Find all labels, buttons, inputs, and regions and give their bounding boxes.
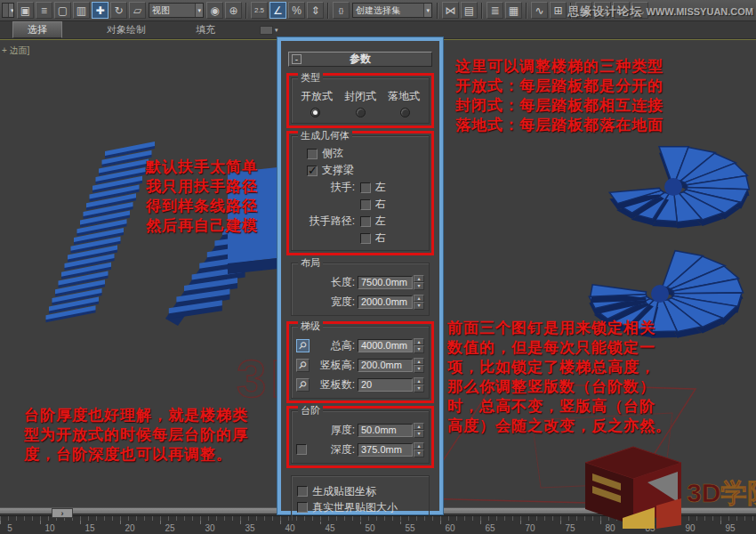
layout-legend: 布局 (298, 256, 323, 270)
percent-snap-icon[interactable]: % (288, 2, 305, 19)
ribbon-display-widget[interactable]: ▾ (260, 26, 278, 35)
handrail-left-checkbox[interactable] (360, 182, 371, 193)
stair-type-label-landing: 落地式 (385, 89, 422, 104)
select-by-name-icon[interactable]: ≡ (36, 2, 52, 19)
graphite-ribbon-icon[interactable]: ▦ (505, 2, 522, 19)
annotation-line: 封闭式：每层踏板都相互连接 (455, 96, 664, 116)
collapse-icon[interactable]: - (292, 54, 302, 64)
spinner-up-icon[interactable]: ▴ (414, 377, 424, 385)
depth-checkbox[interactable] (296, 444, 307, 455)
timeline-tick-label: 35 (245, 523, 254, 533)
generate-mapping-label: 生成贴图坐标 (312, 484, 376, 499)
annotation-line: 得到样条线路径 (125, 197, 278, 216)
annotation-pin-lock-note: 前面三个图钉是用来锁定相关数值的，但是每次只能锁定一项，比如锁定了楼梯总高度，那… (447, 319, 672, 436)
annotation-line: 前面三个图钉是用来锁定相关 (447, 319, 672, 338)
thickness-label: 厚度: (331, 423, 355, 438)
select-and-rotate-icon[interactable]: ↻ (110, 2, 127, 19)
stringers-checkbox[interactable] (307, 149, 318, 159)
use-pivot-point-icon[interactable]: ◉ (206, 2, 223, 19)
stair-type-radio-open[interactable] (310, 108, 320, 117)
toolbar-separator (245, 3, 247, 19)
spinner-down-icon[interactable]: ▾ (414, 430, 424, 438)
spinner-down-icon[interactable]: ▾ (414, 345, 424, 353)
spinner-up-icon[interactable]: ▴ (414, 295, 424, 303)
toolbar-separator (481, 3, 483, 19)
ribbon-tab-select[interactable]: 选择 (12, 21, 62, 38)
rollout-header-parameters[interactable]: - 参数 (288, 52, 432, 67)
spinner-up-icon[interactable]: ▴ (414, 338, 424, 346)
time-slider-handle[interactable]: › (52, 508, 73, 518)
handrail-left-label: 左 (375, 180, 386, 195)
carriage-checkbox[interactable] (307, 166, 318, 176)
mirror-icon[interactable]: ⋈ (442, 2, 459, 19)
lock-overall-pin-icon[interactable]: ⚲ (296, 339, 310, 352)
spinner-down-icon[interactable]: ▾ (414, 282, 424, 290)
generate-geometry-group: 生成几何体 侧弦 支撑梁 扶手: 左 右 扶手路径: (291, 135, 430, 251)
select-and-move-icon[interactable]: ✚ (92, 2, 109, 19)
lock-riser-count-pin-icon[interactable]: ⚲ (296, 378, 310, 392)
spinner-down-icon[interactable]: ▾ (414, 365, 424, 373)
ribbon-display-icon (260, 26, 273, 35)
spinner-up-icon[interactable]: ▴ (414, 442, 424, 450)
angle-snap-icon[interactable]: ∠ (269, 2, 286, 19)
annotation-line: 开放式：每层踏板都是分开的 (455, 77, 664, 96)
lock-riser-height-pin-icon[interactable]: ⚲ (296, 359, 310, 372)
window-crossing-toggle-icon[interactable]: ▥ (73, 2, 90, 19)
toolbar-separator (327, 3, 329, 19)
named-selection-sets-dropdown[interactable]: 创建选择集▾ (352, 3, 432, 18)
timeline-tick-label: 5 (7, 523, 12, 533)
viewport-label[interactable]: + 边面] (2, 44, 29, 57)
spinner-up-icon[interactable]: ▴ (414, 423, 424, 431)
rectangular-selection-region-icon[interactable]: ▢ (54, 2, 71, 19)
stair-type-radio-closed[interactable] (356, 108, 366, 117)
toolbar-separator (526, 3, 527, 19)
timeline-tick-label: 45 (325, 523, 334, 533)
spinner-snap-icon[interactable]: ⇕ (307, 2, 324, 19)
ribbon-tabs-bar: 选择对象绘制填充 ▾ (0, 21, 756, 39)
timeline-tick-label: 20 (125, 523, 134, 533)
curve-editor-icon[interactable]: ∿ (531, 2, 548, 19)
spinner-down-icon[interactable]: ▾ (414, 384, 424, 392)
handrail-right-label: 右 (375, 197, 386, 212)
selection-filter-dropdown[interactable]: ▾ (2, 3, 14, 18)
snaps-toggle-icon[interactable]: 2.5 (251, 2, 268, 19)
thickness-field[interactable]: 50.0mm (358, 424, 413, 437)
handrail-path-left-checkbox[interactable] (360, 216, 371, 227)
ribbon-tab-populate[interactable]: 填充 (190, 22, 221, 37)
select-and-place-icon[interactable]: ▣ (17, 2, 34, 19)
annotation-line: 默认扶手太简单 (125, 158, 278, 177)
align-icon[interactable]: ▤ (461, 2, 478, 19)
generate-mapping-checkbox[interactable] (297, 486, 308, 497)
reference-coordinate-dropdown[interactable]: 视图▾ (149, 3, 204, 18)
spinner-down-icon[interactable]: ▾ (414, 449, 424, 457)
chevron-down-icon: ▾ (423, 4, 431, 17)
riser-count-field[interactable]: 20 (358, 378, 413, 392)
width-field[interactable]: 2000.0mm (358, 295, 413, 309)
spinner-up-icon[interactable]: ▴ (414, 358, 424, 366)
rise-legend: 梯级 (298, 320, 323, 333)
select-and-manipulate-icon[interactable]: ⊕ (225, 2, 242, 19)
timeline-tick-label: 10 (44, 523, 54, 533)
schematic-view-icon[interactable]: ⊞ (550, 2, 567, 19)
annotation-line: 型为开放式的时候每层台阶的厚 (24, 425, 248, 445)
handrail-path-right-checkbox[interactable] (360, 233, 371, 244)
ribbon-tab-object-paint[interactable]: 对象绘制 (101, 22, 151, 37)
annotation-handrail-note: 默认扶手太简单我只用扶手路径得到样条线路径然后再自己建模 (125, 158, 278, 236)
chevron-down-icon: ▾ (8, 4, 14, 17)
length-field[interactable]: 7500.0mm (358, 276, 413, 289)
annotation-stair-types: 这里可以调整楼梯的三种类型开放式：每层踏板都是分开的封闭式：每层踏板都相互连接落… (455, 57, 664, 135)
overall-field[interactable]: 4000.0mm (358, 339, 413, 352)
spinner-up-icon[interactable]: ▴ (414, 275, 424, 283)
depth-field[interactable]: 375.0mm (358, 443, 413, 457)
steps-group: 台阶 厚度: 50.0mm ▴▾ 深度: 375.0mm ▴▾ (291, 410, 430, 464)
riser-height-field[interactable]: 200.0mm (358, 359, 413, 372)
spinner-down-icon[interactable]: ▾ (414, 302, 424, 310)
logo-text: 3D学院 (687, 478, 756, 507)
manage-layers-icon[interactable]: ≣ (487, 2, 503, 19)
select-and-scale-icon[interactable]: ▱ (129, 2, 146, 19)
stair-type-label-closed: 封闭式 (342, 89, 379, 104)
edit-named-selections-icon[interactable]: {} (333, 2, 350, 19)
real-world-map-checkbox[interactable] (297, 502, 308, 513)
handrail-right-checkbox[interactable] (360, 199, 371, 210)
stair-type-radio-landing[interactable] (400, 108, 410, 117)
